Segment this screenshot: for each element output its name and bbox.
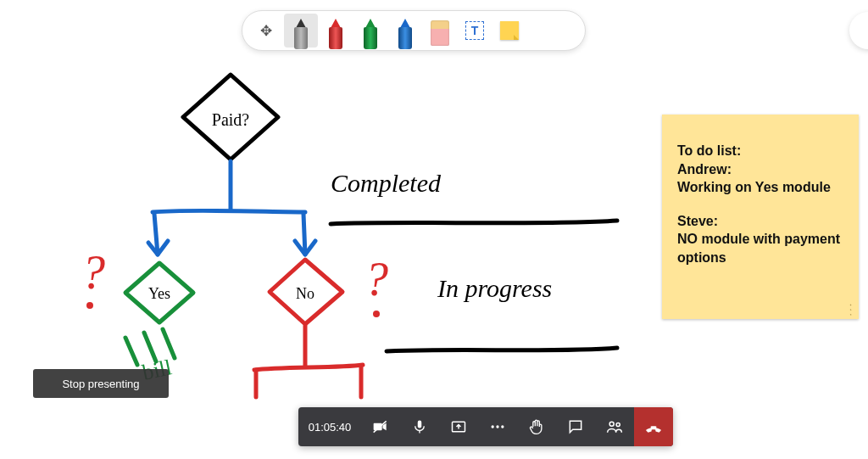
decision-label: Paid? — [212, 110, 250, 129]
move-icon: ✥ — [260, 22, 272, 40]
svg-line-2 — [163, 329, 175, 358]
participants-button[interactable] — [595, 407, 634, 446]
svg-point-3 — [86, 302, 93, 309]
phone-down-icon — [644, 417, 663, 436]
more-actions-button[interactable] — [478, 407, 517, 446]
pen-green[interactable] — [353, 14, 387, 48]
microphone-icon — [412, 418, 427, 435]
svg-rect-6 — [418, 421, 422, 428]
share-button[interactable] — [439, 407, 478, 446]
svg-point-11 — [501, 425, 504, 428]
svg-point-10 — [496, 425, 498, 428]
question-mark-right-icon: ? — [364, 253, 388, 305]
meeting-control-bar: 01:05:40 — [298, 407, 673, 446]
dots-icon — [489, 418, 506, 435]
camera-toggle-button[interactable] — [361, 407, 400, 446]
hand-icon — [528, 418, 545, 435]
svg-point-4 — [373, 311, 380, 317]
chat-button[interactable] — [556, 407, 595, 446]
mic-toggle-button[interactable] — [400, 407, 439, 446]
sticky-heading: To do list: — [677, 142, 843, 160]
stop-presenting-button[interactable]: Stop presenting — [33, 369, 169, 398]
svg-point-13 — [616, 423, 620, 426]
svg-point-12 — [609, 422, 614, 426]
no-label: No — [296, 285, 314, 302]
pen-red[interactable] — [319, 14, 353, 48]
sticky-line: NO module with payment options — [677, 230, 843, 266]
svg-line-0 — [125, 338, 137, 365]
sticky-line: Working on Yes module — [677, 178, 843, 197]
sticky-line: Andrew: — [677, 160, 843, 179]
sticky-line: Steve: — [677, 212, 843, 231]
eraser-tool[interactable] — [423, 14, 457, 48]
note-icon — [500, 21, 519, 40]
whiteboard-toolbar: ✥ T — [242, 10, 586, 51]
sticky-note[interactable]: To do list: Andrew: Working on Yes modul… — [662, 115, 859, 319]
pen-black[interactable] — [284, 14, 318, 48]
pen-icon — [398, 19, 413, 48]
pen-blue[interactable] — [388, 14, 422, 48]
text-tool[interactable]: T — [458, 14, 492, 48]
in-progress-heading: In progress — [437, 274, 552, 302]
svg-line-1 — [144, 333, 156, 361]
question-mark-left-icon: ? — [81, 246, 105, 299]
chat-icon — [567, 418, 584, 435]
camera-off-icon — [372, 418, 389, 435]
raise-hand-button[interactable] — [517, 407, 556, 446]
pen-icon — [328, 19, 343, 48]
pen-icon — [293, 19, 309, 48]
svg-point-9 — [492, 425, 494, 428]
floating-button[interactable] — [849, 12, 868, 49]
people-icon — [605, 418, 624, 435]
resize-handle-icon[interactable]: ⋰ — [843, 302, 858, 317]
completed-heading: Completed — [331, 169, 442, 197]
meeting-timer: 01:05:40 — [298, 407, 361, 446]
text-icon: T — [465, 21, 484, 40]
pen-icon — [363, 19, 378, 48]
share-icon — [450, 418, 467, 435]
eraser-icon — [431, 20, 449, 46]
hang-up-button[interactable] — [634, 407, 673, 446]
yes-label: Yes — [148, 285, 170, 302]
stop-presenting-label: Stop presenting — [62, 378, 139, 390]
move-tool[interactable]: ✥ — [249, 14, 283, 48]
sticky-note-tool[interactable] — [492, 14, 526, 48]
